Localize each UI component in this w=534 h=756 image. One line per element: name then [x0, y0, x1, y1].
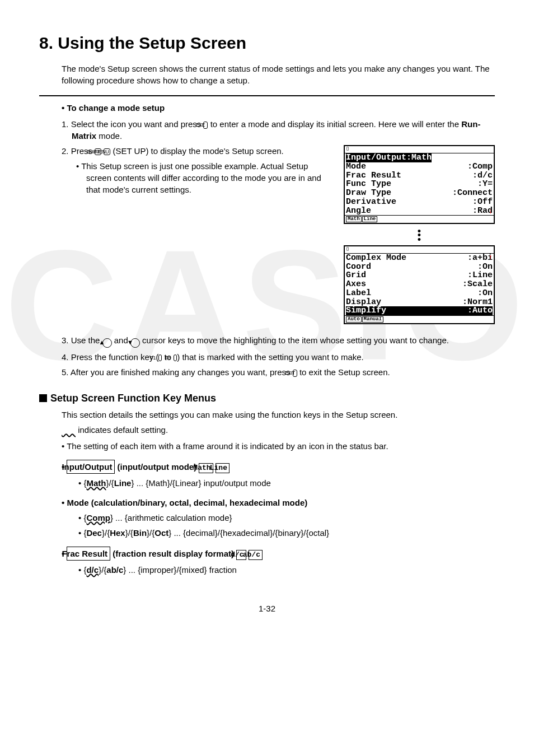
scroll-down-icon: ↓: [489, 208, 493, 216]
section-desc-3: • The setting of each item with a frame …: [62, 440, 495, 452]
section-desc-2: indicates default setting.: [62, 424, 495, 436]
setting-mode: • Mode (calculation/binary, octal, decim…: [62, 497, 495, 508]
step-4: 4. Press the function key (F1 to F6) tha…: [62, 351, 495, 363]
setting-mode-sub1: • {Comp} ... {arithmetic calculation mod…: [78, 512, 495, 524]
step-5: 5. After you are finished making any cha…: [62, 366, 495, 378]
section-heading: Setup Screen Function Key Menus: [39, 393, 495, 404]
wavy-default-icon: [62, 425, 76, 435]
square-bullet-icon: [39, 394, 47, 402]
step-1: 1. Select the icon you want and press EX…: [62, 118, 495, 142]
exit-key-icon: EXIT: [293, 370, 297, 377]
procedure-heading: • To change a mode setup: [62, 102, 495, 114]
setting-input-output-sub: • {Math}/{Line} ... {Math}/{Linear} inpu…: [78, 477, 495, 489]
setting-mode-sub2: • {Dec}/{Hex}/{Bin}/{Oct} ... {decimal}/…: [78, 527, 495, 539]
line-status-icon: Line: [216, 463, 229, 473]
cursor-down-icon: ▼: [130, 338, 140, 348]
page-title: 8. Using the Setup Screen: [39, 34, 495, 53]
abc-status-icon: ab/c: [249, 550, 263, 560]
calc-screenshot-2: ▯ Complex Mode:a+bi ↑ Coord:On Grid:Line…: [344, 245, 495, 324]
calc-screenshot-1: ▯ Input/Output:Math Mode:Comp Frac Resul…: [344, 145, 495, 224]
divider: [39, 95, 495, 96]
step-2-note: • This Setup screen is just one possible…: [76, 160, 334, 195]
setting-frac-result: • Frac Result (fraction result display f…: [62, 547, 495, 561]
setting-frac-result-sub: • {d/c}/{ab/c} ... {improper}/{mixed} fr…: [78, 564, 495, 576]
vertical-ellipsis-icon: •••: [344, 226, 495, 245]
section-desc-1: This section details the settings you ca…: [62, 409, 495, 421]
intro-text: The mode's Setup screen shows the curren…: [62, 63, 495, 86]
setting-input-output: • Input/Output (input/output mode) Math …: [62, 460, 495, 474]
scroll-up-icon: ↑: [489, 254, 493, 262]
menu-key-icon: MENU: [104, 148, 111, 155]
step-3: 3. Use the ▲ and ▼ cursor keys to move t…: [62, 334, 495, 348]
step-2: 2. Press SHIFT MENU (SET UP) to display …: [62, 145, 334, 157]
page-number: 1-32: [39, 604, 495, 613]
cursor-up-icon: ▲: [102, 338, 112, 348]
